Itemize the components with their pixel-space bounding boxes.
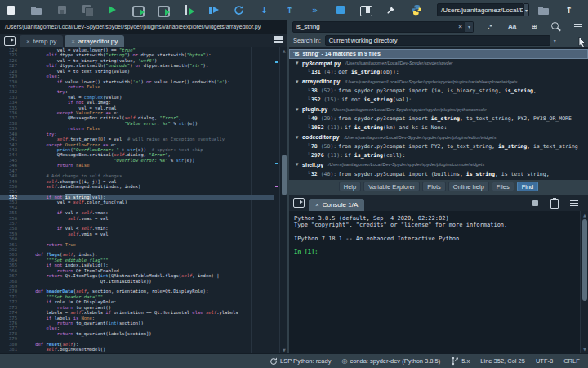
maximize-pane-icon[interactable] (359, 3, 372, 16)
editor-options-menu-icon[interactable] (273, 34, 284, 45)
case-sensitive-icon[interactable]: Aa (506, 21, 518, 33)
working-directory-combo[interactable]: /Users/juanitagomez/Local/Dev-Spyder/spy… (437, 3, 524, 16)
result-match-row[interactable]: └2976 (11):if is_string(cell): (289, 150, 588, 159)
clipboard-icon[interactable] (549, 198, 560, 209)
status-crlf[interactable]: CRLF (564, 357, 580, 365)
search-history-dropdown-icon[interactable]: ▾ (466, 21, 474, 33)
result-match-row[interactable]: └131 (4):def is_string(obj): (289, 68, 588, 77)
scroll-down-icon[interactable]: ▼ (581, 346, 588, 352)
close-icon[interactable]: × (26, 38, 30, 45)
status-line-352-col-25[interactable]: Line 352, Col 25 (480, 357, 525, 365)
matched-term: is_string (354, 124, 383, 131)
match-column: (11): (324, 124, 343, 131)
console-scrollbar[interactable]: ▲ ▼ (580, 211, 588, 353)
interrupt-kernel-icon[interactable] (529, 198, 541, 209)
horizontal-splitter[interactable] (289, 194, 588, 195)
python-logo-icon[interactable] (410, 3, 422, 16)
result-file-row[interactable]: ▾arrayeditor.py/Users/juanitagomez/Local… (289, 77, 588, 86)
result-file-row[interactable]: ▾py3compat.py/Users/juanitagomez/Local/D… (289, 59, 588, 68)
panel-tab-online-help[interactable]: Online help (448, 182, 489, 191)
panel-tab-find[interactable]: Find (517, 182, 539, 191)
panel-tab-files[interactable]: Files (492, 182, 514, 191)
search-input[interactable]: is_string × (292, 21, 466, 33)
matched-term: is_string (466, 171, 495, 177)
result-match-row[interactable]: └78 (50):from spyder.py3compat import PY… (289, 141, 588, 150)
status-label: Line 352, Col 25 (480, 357, 525, 365)
chevron-down-icon[interactable]: ▾ (296, 106, 302, 113)
search-icon[interactable] (550, 21, 562, 33)
match-line-number: 78 (311, 143, 318, 150)
browse-tabs-icon[interactable] (293, 198, 305, 208)
occurrence-marker (275, 61, 278, 63)
parent-dir-icon[interactable]: ↑ (563, 3, 575, 16)
new-file-icon[interactable] (5, 3, 17, 16)
tab-console-1a[interactable]: × Console 1/A (309, 199, 364, 211)
status-conda-spyder-dev-python-3-8-5[interactable]: ◎conda: spyder-dev (Python 3.8.5) (341, 357, 440, 365)
chevron-down-icon[interactable]: ▾ (296, 79, 302, 85)
status-utf-8[interactable]: UTF-8 (536, 357, 553, 365)
results-header[interactable]: 'is_string' - 14 matches in 9 files (289, 49, 588, 59)
occurrence-marker (275, 186, 278, 187)
search-in-dropdown-icon[interactable]: ▾ (554, 38, 556, 43)
panel-tab-variable-explorer[interactable]: Variable Explorer (363, 182, 420, 191)
scroll-up-icon[interactable]: ▲ (581, 212, 588, 218)
preferences-wrench-icon[interactable] (385, 3, 397, 16)
result-file-row[interactable]: ▾shell.py/Users/juanitagomez/Local/Dev-S… (289, 160, 588, 169)
tab-arrayeditor-py[interactable]: × arrayeditor.py (65, 35, 124, 47)
exclude-icon[interactable]: ⊞ (528, 21, 540, 33)
options-menu-icon[interactable] (572, 21, 584, 33)
close-icon[interactable]: × (71, 38, 75, 45)
browse-working-dir-icon[interactable] (537, 3, 550, 16)
editor-scrollbar-thumb[interactable] (282, 155, 287, 195)
editor-scrollbar[interactable]: ▲ ▼ (279, 47, 287, 353)
stop-debugging-icon[interactable] (334, 3, 346, 16)
save-icon[interactable] (56, 3, 68, 16)
close-icon[interactable]: × (315, 201, 319, 209)
result-match-row[interactable]: └32 (40):from spyder.py3compat import (b… (289, 169, 588, 178)
step-return-icon[interactable]: ↑ (283, 3, 296, 16)
chevron-down-icon[interactable]: ▾ (296, 161, 302, 168)
result-match-row[interactable]: └352 (15):if not is_string(val): (289, 96, 588, 105)
search-results-tree: ▾py3compat.py/Users/juanitagomez/Local/D… (289, 59, 588, 180)
result-file-row[interactable]: ▾codeeditor.py/Users/juanitagomez/Local/… (289, 132, 588, 141)
scroll-up-icon[interactable]: ▲ (280, 48, 287, 53)
console-scrollbar-thumb[interactable] (582, 219, 587, 301)
tab-label: arrayeditor.py (78, 38, 118, 45)
branch-icon (451, 357, 459, 366)
code-line[interactable]: 381 self.beginResetModel() (0, 347, 287, 352)
open-file-icon[interactable] (30, 3, 42, 16)
run-cell-icon[interactable] (131, 3, 144, 16)
run-cell-advance-icon[interactable] (157, 3, 169, 16)
search-in-combo[interactable]: Current working directory (325, 35, 550, 46)
result-match-row[interactable]: └38 (52):from spyder.py3compat import (i… (289, 86, 588, 95)
run-selection-icon[interactable] (182, 3, 194, 16)
scroll-down-icon[interactable]: ▼ (280, 348, 287, 352)
chevron-down-icon[interactable]: ▾ (296, 134, 302, 141)
code-editor[interactable]: 324 val = value.lower() == "true"325 eli… (0, 47, 287, 353)
save-all-icon[interactable] (81, 3, 93, 16)
chevron-down-icon[interactable]: ▾ (296, 60, 302, 66)
run-file-icon[interactable] (106, 3, 118, 16)
tab-temp-py[interactable]: × temp.py (20, 35, 63, 47)
result-match-row[interactable]: └1052 (11):if is_string(km) and kc is No… (289, 123, 588, 132)
status-label: CRLF (564, 357, 580, 365)
console-options-menu-icon[interactable] (568, 198, 580, 209)
status-lsp-python-ready[interactable]: LSP Python: ready (270, 357, 331, 366)
working-directory-dropdown-icon[interactable]: ▾ (524, 3, 529, 16)
browse-tabs-icon[interactable] (4, 36, 16, 46)
result-match-row[interactable]: └49 (29):from spyder.py3compat import is… (289, 114, 588, 123)
regexp-icon[interactable]: .* (484, 21, 496, 33)
vertical-splitter[interactable] (287, 20, 289, 353)
match-context: (cell): (383, 152, 405, 159)
step-into-icon[interactable]: ↓ (258, 3, 270, 16)
debug-file-icon[interactable] (207, 3, 220, 16)
match-context: , (533, 88, 537, 94)
panel-tab-help[interactable]: Help (339, 182, 361, 191)
panel-tab-plots[interactable]: Plots (422, 182, 446, 191)
result-file-row[interactable]: ▾plugin.py/Users/juanitagomez/Local/Dev-… (289, 105, 588, 114)
status-5-x[interactable]: 5.x (451, 357, 470, 366)
clear-search-icon[interactable]: × (458, 23, 462, 30)
continue-icon[interactable]: » (309, 3, 321, 16)
ipython-console[interactable]: Python 3.8.5 (default, Sep 4 2020, 02:22… (289, 211, 588, 353)
rerun-icon[interactable] (233, 3, 245, 16)
